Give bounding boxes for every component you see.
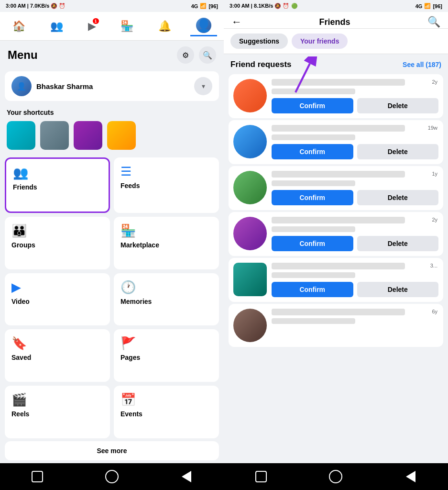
left-status-icons: 4G 📶 [96] — [191, 3, 218, 9]
signal-icon: 📶 — [200, 3, 207, 9]
shortcut-item[interactable] — [107, 121, 136, 150]
nav-video[interactable]: ▶ 1 — [82, 18, 102, 34]
menu-item-events[interactable]: 📅 Events — [114, 386, 219, 438]
profile-dropdown-button[interactable]: ▾ — [194, 77, 212, 95]
store-icon: 🏪 — [120, 20, 133, 33]
nav-home[interactable]: 🏠 — [7, 18, 31, 34]
requests-header: Friend requests See all (187) — [224, 54, 448, 72]
menu-item-friends[interactable]: 👥 Friends — [5, 157, 110, 213]
request-name-blur-short — [272, 180, 355, 186]
shortcut-item[interactable] — [74, 121, 102, 150]
delete-button[interactable]: Delete — [357, 236, 439, 251]
feeds-menu-icon: ☰ — [120, 164, 212, 179]
see-more-button[interactable]: See more — [5, 441, 219, 460]
bottom-home-button[interactable] — [326, 467, 345, 486]
battery-icon: [96] — [208, 3, 218, 9]
marketplace-menu-label: Marketplace — [120, 241, 212, 249]
nav-friends[interactable]: 👥 — [44, 18, 69, 34]
menu-item-marketplace[interactable]: 🏪 Marketplace — [114, 217, 219, 269]
bottom-back-button[interactable] — [401, 467, 420, 486]
pages-menu-label: Pages — [120, 354, 212, 361]
bottom-square-button[interactable] — [251, 467, 271, 486]
friends-icon: 👥 — [50, 20, 63, 33]
delete-button[interactable]: Delete — [357, 144, 439, 159]
friends-menu-icon: 👥 — [13, 166, 102, 180]
saved-menu-icon: 🔖 — [11, 336, 103, 351]
request-name-blur — [272, 217, 405, 223]
video-badge: 1 — [93, 18, 99, 24]
right-status-icons: 4G 📶 [96] — [415, 3, 442, 9]
nav-profile[interactable]: 👤 — [190, 16, 217, 36]
request-actions: Confirm Delete — [272, 282, 438, 297]
circle-icon — [329, 470, 342, 483]
request-actions: Confirm Delete — [272, 236, 438, 251]
search-button[interactable]: 🔍 — [199, 46, 216, 64]
menu-title: Menu — [8, 48, 38, 62]
right-panel: 3:00 AM | 8.1KB/s 🔕 ⏰ 🟢 4G 📶 [96] ← Frie… — [224, 0, 448, 490]
bottom-back-button[interactable] — [177, 467, 196, 486]
menu-item-reels[interactable]: 🎬 Reels — [5, 386, 110, 438]
bottom-square-button[interactable] — [28, 467, 47, 486]
search-icon[interactable]: 🔍 — [427, 16, 440, 28]
left-status-bar: 3:00 AM | 7.0KB/s 🔕 ⏰ 4G 📶 [96] — [0, 0, 224, 12]
requests-title: Friend requests — [230, 60, 292, 69]
request-name-blur-short — [272, 226, 355, 232]
memories-menu-label: Memories — [120, 298, 212, 305]
request-time: 1y — [432, 171, 437, 177]
shortcut-item[interactable] — [7, 121, 35, 150]
right-status-time-speed: 3:00 AM | 8.1KB/s 🔕 ⏰ 🟢 — [229, 3, 298, 9]
triangle-icon — [406, 471, 415, 482]
battery-icon: [96] — [433, 3, 442, 9]
delete-button[interactable]: Delete — [357, 190, 439, 205]
bell-icon: 🔔 — [158, 20, 171, 33]
settings-button[interactable]: ⚙ — [177, 46, 194, 64]
events-menu-icon: 📅 — [120, 392, 212, 407]
friends-menu-label: Friends — [13, 183, 102, 191]
profile-icon: 👤 — [196, 18, 211, 33]
confirm-button[interactable]: Confirm — [272, 236, 353, 251]
delete-button[interactable]: Delete — [357, 282, 439, 297]
reels-menu-label: Reels — [11, 410, 103, 418]
request-info: Confirm Delete — [272, 171, 438, 205]
request-name-blur-short — [272, 89, 355, 94]
video-menu-icon: ▶ — [11, 280, 103, 295]
request-name-blur — [272, 309, 405, 315]
bottom-home-button[interactable] — [102, 467, 121, 486]
tab-suggestions[interactable]: Suggestions — [230, 33, 288, 49]
friends-tabs: Suggestions Your friends — [224, 29, 448, 54]
see-all-link[interactable]: See all (187) — [403, 61, 441, 68]
menu-item-saved[interactable]: 🔖 Saved — [5, 329, 110, 382]
marketplace-menu-icon: 🏪 — [120, 223, 212, 238]
menu-item-feeds[interactable]: ☰ Feeds — [114, 157, 219, 213]
menu-action-icons: ⚙ 🔍 — [177, 46, 216, 64]
tab-your-friends[interactable]: Your friends — [292, 33, 348, 49]
request-actions: Confirm Delete — [272, 98, 438, 113]
menu-item-video[interactable]: ▶ Video — [5, 273, 110, 326]
menu-item-pages[interactable]: 🚩 Pages — [114, 329, 219, 382]
confirm-button[interactable]: Confirm — [272, 282, 353, 297]
home-icon: 🏠 — [12, 20, 25, 33]
request-item: Confirm Delete 2y — [229, 212, 443, 256]
confirm-button[interactable]: Confirm — [272, 190, 353, 205]
reels-menu-icon: 🎬 — [11, 392, 103, 407]
profile-row[interactable]: 👤 Bhaskar Sharma ▾ — [5, 71, 219, 101]
requests-section: Friend requests See all (187) Confirm De… — [224, 54, 448, 463]
confirm-button[interactable]: Confirm — [272, 98, 353, 113]
shortcuts-row — [0, 118, 224, 155]
request-info: Confirm Delete — [272, 125, 438, 159]
profile-name: Bhaskar Sharma — [36, 82, 189, 90]
nav-bell[interactable]: 🔔 — [153, 18, 177, 34]
menu-item-groups[interactable]: 👪 Groups — [5, 217, 110, 269]
confirm-button[interactable]: Confirm — [272, 144, 353, 159]
back-button[interactable]: ← — [231, 16, 242, 28]
request-name-blur-short — [272, 318, 355, 324]
avatar — [233, 263, 267, 296]
request-time: 19w — [428, 125, 437, 131]
shortcut-item[interactable] — [40, 121, 69, 150]
right-bottom-nav — [224, 463, 448, 490]
menu-item-memories[interactable]: 🕐 Memories — [114, 273, 219, 326]
request-item: Confirm Delete 3... — [229, 258, 443, 302]
delete-button[interactable]: Delete — [357, 98, 439, 113]
groups-menu-label: Groups — [11, 241, 103, 249]
nav-store[interactable]: 🏪 — [115, 18, 139, 34]
